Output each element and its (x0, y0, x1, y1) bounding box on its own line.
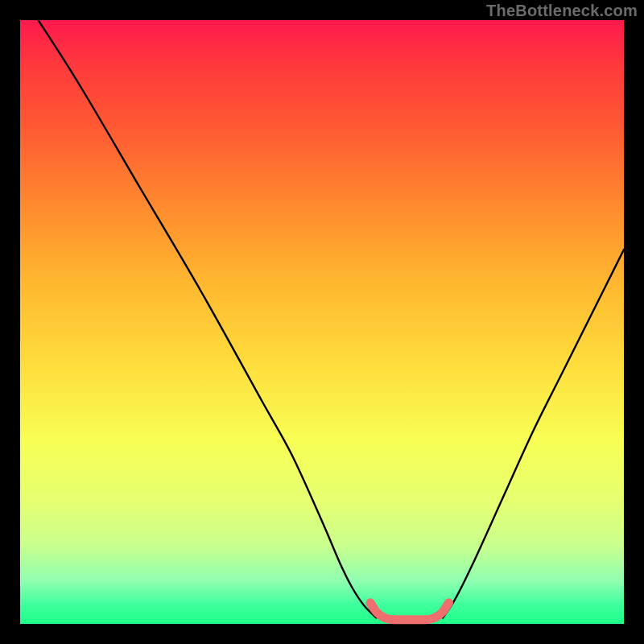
optimal-segment (370, 603, 449, 620)
chart-svg (20, 20, 624, 624)
chart-frame: TheBottleneck.com (0, 0, 644, 644)
curve-right (443, 250, 624, 618)
curve-left (39, 20, 377, 618)
watermark-text: TheBottleneck.com (486, 2, 638, 20)
chart-plot-area (20, 20, 624, 624)
